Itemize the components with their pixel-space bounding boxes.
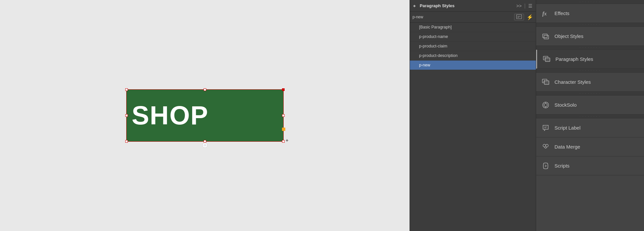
handle-mid-right-overflow[interactable]	[282, 128, 285, 131]
divider-4: · · · · · · · ·	[536, 92, 644, 96]
svg-rect-6	[544, 35, 549, 39]
character-styles-icon: A	[541, 78, 550, 86]
handle-bot-right-plus[interactable]: +	[286, 138, 288, 143]
handle-mid-left[interactable]	[125, 114, 128, 117]
svg-point-15	[544, 103, 547, 107]
paragraph-styles-label: Paragraph Styles	[555, 56, 593, 62]
divider-top: · · · · · · · ·	[536, 0, 644, 4]
divider-1: · · · · · · · ·	[536, 23, 644, 27]
svg-point-22	[546, 144, 548, 147]
panel-header: ◆ Paragraph Styles >> | ☰	[410, 0, 536, 12]
handle-top-right[interactable]	[282, 88, 285, 91]
panel-expand-icon[interactable]: >>	[516, 3, 521, 9]
sidebar-right: · · · · · · · · fx Effects · · · · · · ·…	[536, 0, 644, 231]
character-styles-label: Character Styles	[554, 79, 591, 85]
paragraph-styles-panel: ◆ Paragraph Styles >> | ☰ p-new a+ ⚡	[410, 0, 536, 231]
sidebar-item-object-styles[interactable]: Object Styles	[536, 27, 644, 46]
panel-header-icons: >> | ☰	[516, 3, 533, 9]
stocksolo-label: StockSolo	[554, 102, 577, 108]
sidebar-item-paragraph-styles[interactable]: Paragraph Styles	[536, 50, 644, 69]
handle-bot-left[interactable]	[125, 140, 128, 143]
divider-2: · · · · · · · ·	[536, 46, 644, 50]
effects-icon: fx	[541, 9, 550, 18]
list-item-p-product-claim[interactable]: p-product-claim	[410, 42, 536, 51]
panel-search-row: p-new a+ ⚡	[410, 12, 536, 23]
effects-label: Effects	[554, 10, 570, 16]
paragraph-styles-icon	[542, 55, 551, 63]
new-style-button[interactable]: a+	[514, 14, 524, 20]
scripts-label: Scripts	[554, 163, 570, 169]
panel-search-icons: a+ ⚡	[514, 14, 533, 20]
handle-bot-right[interactable]	[282, 140, 285, 143]
panel-divider: |	[524, 3, 526, 9]
panel-menu-icon[interactable]: ☰	[528, 3, 533, 9]
svg-rect-13	[544, 81, 549, 84]
panel-diamond-icon: ◆	[413, 4, 416, 8]
panel-title: Paragraph Styles	[420, 3, 513, 8]
script-label-icon	[541, 124, 550, 132]
lightning-icon[interactable]: ⚡	[527, 14, 533, 20]
sidebar-item-data-merge[interactable]: Data Merge	[536, 137, 644, 156]
sidebar-item-stocksolo[interactable]: StockSolo	[536, 96, 644, 115]
svg-point-1	[204, 144, 206, 146]
script-label-label: Script Label	[554, 125, 580, 131]
sidebar-item-character-styles[interactable]: A Character Styles	[536, 73, 644, 92]
svg-rect-10	[545, 58, 550, 62]
shop-text: SHOP	[132, 100, 209, 131]
divider-5: · · · · · · · ·	[536, 115, 644, 118]
svg-point-21	[543, 144, 546, 147]
panel-search-label: p-new	[413, 15, 512, 19]
divider-3: · · · · · · · ·	[536, 69, 644, 73]
list-item-p-product-description[interactable]: p-product-description	[410, 51, 536, 61]
handle-mid-right[interactable]	[282, 114, 285, 117]
shop-box: + SHOP	[126, 89, 284, 142]
sidebar-item-script-label[interactable]: Script Label	[536, 118, 644, 137]
sidebar-item-effects[interactable]: fx Effects	[536, 4, 644, 23]
data-merge-label: Data Merge	[554, 144, 580, 150]
sidebar-item-scripts[interactable]: Scripts	[536, 156, 644, 175]
list-item-p-product-name[interactable]: p-product-name	[410, 32, 536, 42]
handle-top-center[interactable]	[204, 88, 206, 91]
list-item-p-new[interactable]: p-new	[410, 61, 536, 70]
handle-top-left[interactable]	[125, 88, 128, 91]
link-icon	[202, 142, 208, 148]
data-merge-icon	[541, 143, 550, 151]
shop-container[interactable]: + SHOP	[126, 89, 284, 142]
svg-text:fx: fx	[542, 11, 547, 17]
object-styles-icon	[541, 32, 550, 41]
canvas-area: + SHOP	[0, 0, 410, 231]
stocksolo-icon	[541, 101, 550, 109]
list-item-basic-paragraph[interactable]: [Basic Paragraph]	[410, 23, 536, 32]
object-styles-label: Object Styles	[554, 33, 583, 39]
scripts-icon	[541, 162, 550, 170]
svg-text:a+: a+	[517, 15, 521, 18]
paragraph-styles-list: [Basic Paragraph] p-product-name p-produ…	[410, 23, 536, 231]
panels-right: ◆ Paragraph Styles >> | ☰ p-new a+ ⚡	[410, 0, 644, 231]
svg-rect-5	[543, 34, 547, 38]
